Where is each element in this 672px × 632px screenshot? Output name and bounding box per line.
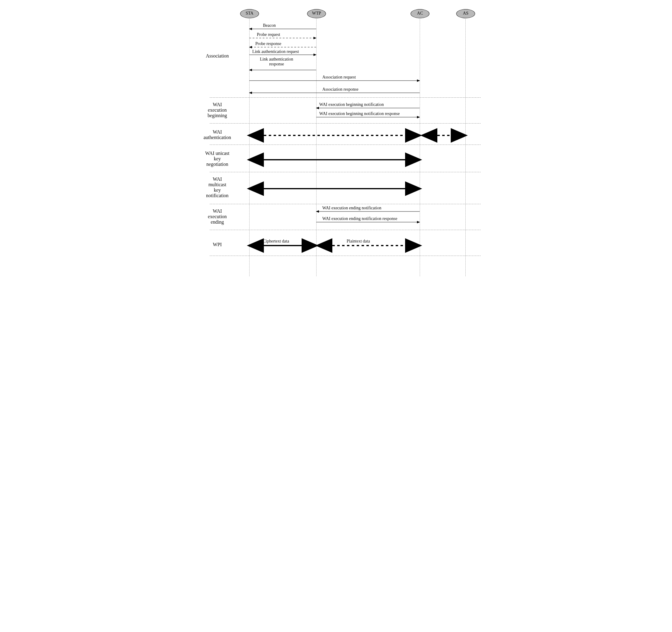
label-wai-begin-notif-resp: WAI execution beginning notification res… [319, 112, 400, 116]
separator [210, 145, 481, 145]
phase-wai-multicast: WAI multicast key notification [191, 176, 243, 198]
phase-wai-unicast: WAI unicast key negotiation [191, 151, 243, 167]
separator [210, 172, 481, 172]
label-probe-request: Probe request [257, 32, 280, 37]
separator [210, 256, 481, 256]
phase-wai-exec-begin: WAI execution beginning [191, 102, 243, 118]
separator [210, 97, 481, 98]
label-plaintext: Plaintext data [347, 239, 370, 244]
arrows-layer [191, 6, 481, 280]
sequence-diagram: STA WTP AC AS [191, 6, 481, 280]
label-link-auth-request: Link authentication request [252, 49, 299, 54]
label-wai-end-notif-resp: WAI execution ending notification respon… [322, 216, 397, 221]
label-wai-begin-notif: WAI execution beginning notification [319, 102, 384, 107]
label-link-auth-response: Link authentication response [260, 57, 293, 67]
label-wai-end-notif: WAI execution ending notification [322, 206, 381, 211]
label-association-response: Association response [322, 87, 359, 92]
separator [210, 123, 481, 124]
label-beacon: Beacon [263, 23, 276, 28]
phase-wai-exec-end: WAI execution ending [191, 209, 243, 225]
label-association-request: Association request [322, 75, 356, 80]
separator [210, 230, 481, 230]
phase-wai-auth: WAI authentication [191, 129, 243, 140]
label-probe-response: Probe response [255, 41, 281, 46]
separator [210, 204, 481, 204]
label-ciphertext: Ciphertext data [263, 239, 289, 244]
phase-wpi: WPI [191, 242, 243, 247]
phase-association: Association [191, 53, 243, 59]
